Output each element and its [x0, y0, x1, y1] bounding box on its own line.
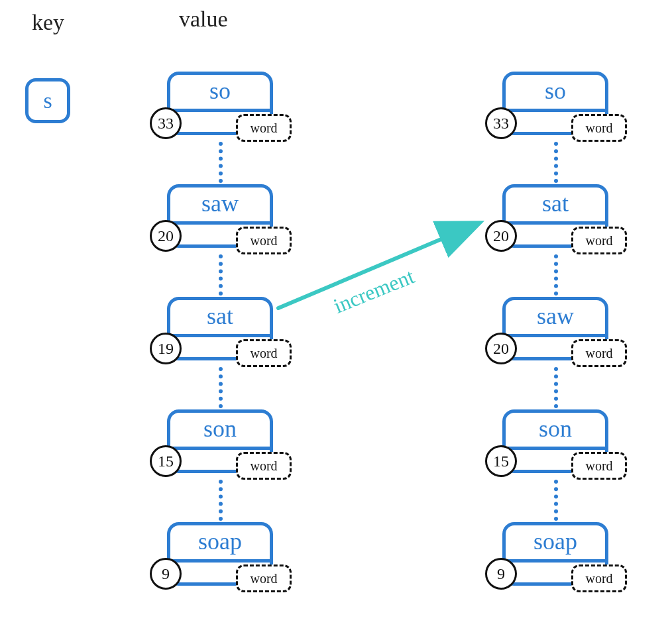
word-badge: word — [571, 452, 627, 480]
left-node-3: son 15 word — [167, 409, 273, 473]
dotted-connector — [554, 367, 558, 408]
node-text: son — [502, 415, 608, 443]
word-badge: word — [236, 452, 292, 480]
key-box: s — [25, 78, 70, 123]
right-node-1: sat 20 word — [502, 184, 608, 248]
node-divider — [167, 334, 273, 337]
node-text: saw — [167, 189, 273, 217]
left-node-4: soap 9 word — [167, 522, 273, 586]
dotted-connector — [219, 367, 223, 408]
count-badge: 15 — [150, 445, 182, 477]
increment-label: increment — [330, 264, 418, 318]
node-text: son — [167, 415, 273, 443]
node-text: sat — [502, 189, 608, 217]
word-badge: word — [236, 339, 292, 367]
dotted-connector — [219, 142, 223, 183]
word-badge: word — [571, 227, 627, 254]
node-text: soap — [502, 527, 608, 555]
dotted-connector — [554, 254, 558, 295]
count-badge: 9 — [150, 558, 182, 590]
left-node-1: saw 20 word — [167, 184, 273, 248]
count-badge: 9 — [485, 558, 517, 590]
right-node-2: saw 20 word — [502, 297, 608, 360]
dotted-connector — [554, 480, 558, 521]
count-badge: 19 — [150, 333, 182, 364]
key-box-text: s — [43, 88, 52, 113]
node-text: so — [502, 77, 608, 105]
node-divider — [167, 109, 273, 112]
count-badge: 33 — [485, 107, 517, 139]
word-badge: word — [236, 227, 292, 254]
node-divider — [502, 109, 608, 112]
node-text: so — [167, 77, 273, 105]
word-badge: word — [236, 564, 292, 592]
word-badge: word — [571, 339, 627, 367]
count-badge: 20 — [150, 220, 182, 252]
count-badge: 20 — [485, 220, 517, 252]
node-divider — [502, 221, 608, 225]
value-header: value — [179, 7, 228, 32]
dotted-connector — [219, 480, 223, 521]
word-badge: word — [571, 564, 627, 592]
node-text: saw — [502, 302, 608, 330]
node-divider — [167, 221, 273, 225]
node-text: sat — [167, 302, 273, 330]
node-divider — [167, 559, 273, 563]
left-node-2: sat 19 word — [167, 297, 273, 360]
left-node-0: so 33 word — [167, 72, 273, 135]
node-divider — [502, 447, 608, 450]
count-badge: 20 — [485, 333, 517, 364]
node-divider — [502, 334, 608, 337]
dotted-connector — [554, 142, 558, 183]
right-node-3: son 15 word — [502, 409, 608, 473]
word-badge: word — [571, 114, 627, 142]
word-badge: word — [236, 114, 292, 142]
dotted-connector — [219, 254, 223, 295]
node-text: soap — [167, 527, 273, 555]
right-node-0: so 33 word — [502, 72, 608, 135]
count-badge: 33 — [150, 107, 182, 139]
increment-arrow — [272, 212, 490, 318]
key-header: key — [32, 10, 64, 35]
right-node-4: soap 9 word — [502, 522, 608, 586]
node-divider — [167, 447, 273, 450]
count-badge: 15 — [485, 445, 517, 477]
node-divider — [502, 559, 608, 563]
